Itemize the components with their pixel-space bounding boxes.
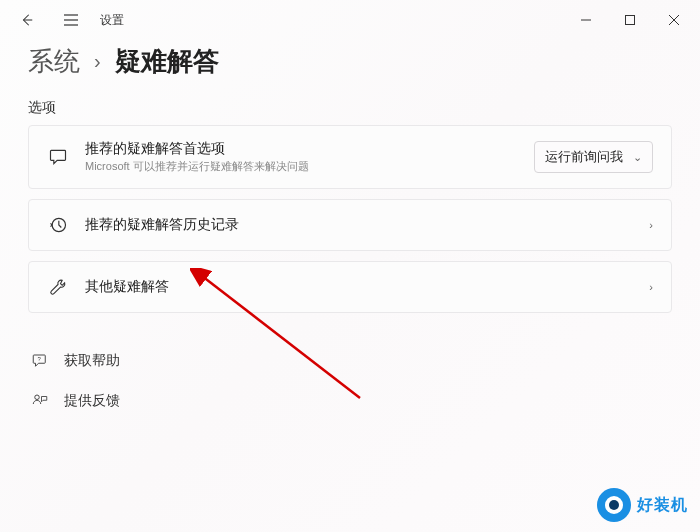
svg-text:?: ? (38, 356, 42, 362)
watermark: 好装机 (597, 488, 688, 522)
speech-bubble-icon (47, 146, 69, 168)
chevron-right-icon: › (94, 50, 101, 73)
menu-button[interactable] (56, 5, 86, 35)
preference-dropdown[interactable]: 运行前询问我 ⌄ (534, 141, 653, 173)
window-title: 设置 (100, 12, 124, 29)
minimize-icon (581, 15, 591, 25)
close-button[interactable] (652, 5, 696, 35)
arrow-left-icon (20, 13, 34, 27)
card-recommended-preferences[interactable]: 推荐的疑难解答首选项 Microsoft 可以推荐并运行疑难解答来解决问题 运行… (28, 125, 672, 189)
chevron-right-icon: › (649, 281, 653, 293)
card-title: 推荐的疑难解答首选项 (85, 140, 518, 158)
content-area: 系统 › 疑难解答 选项 推荐的疑难解答首选项 Microsoft 可以推荐并运… (0, 44, 700, 421)
card-title: 其他疑难解答 (85, 278, 633, 296)
link-label: 提供反馈 (64, 392, 120, 410)
wrench-icon (47, 276, 69, 298)
card-history[interactable]: 推荐的疑难解答历史记录 › (28, 199, 672, 251)
close-icon (669, 15, 679, 25)
dropdown-value: 运行前询问我 (545, 148, 623, 166)
card-other-troubleshooters[interactable]: 其他疑难解答 › (28, 261, 672, 313)
chevron-down-icon: ⌄ (633, 151, 642, 164)
hamburger-icon (63, 13, 79, 27)
svg-rect-4 (626, 16, 635, 25)
titlebar-left: 设置 (12, 5, 124, 35)
link-feedback[interactable]: 提供反馈 (28, 381, 672, 421)
breadcrumb: 系统 › 疑难解答 (28, 44, 672, 79)
link-label: 获取帮助 (64, 352, 120, 370)
maximize-button[interactable] (608, 5, 652, 35)
minimize-button[interactable] (564, 5, 608, 35)
watermark-logo-icon (597, 488, 631, 522)
history-icon (47, 214, 69, 236)
chevron-right-icon: › (649, 219, 653, 231)
card-subtitle: Microsoft 可以推荐并运行疑难解答来解决问题 (85, 159, 518, 174)
link-get-help[interactable]: ? 获取帮助 (28, 341, 672, 381)
titlebar: 设置 (0, 0, 700, 40)
breadcrumb-parent[interactable]: 系统 (28, 44, 80, 79)
feedback-icon (30, 391, 50, 411)
help-icon: ? (30, 351, 50, 371)
maximize-icon (625, 15, 635, 25)
card-title: 推荐的疑难解答历史记录 (85, 216, 633, 234)
window-controls (564, 5, 696, 35)
svg-point-9 (35, 395, 40, 400)
breadcrumb-current: 疑难解答 (115, 44, 219, 79)
back-button[interactable] (12, 5, 42, 35)
watermark-text: 好装机 (637, 495, 688, 516)
section-label: 选项 (28, 99, 672, 117)
